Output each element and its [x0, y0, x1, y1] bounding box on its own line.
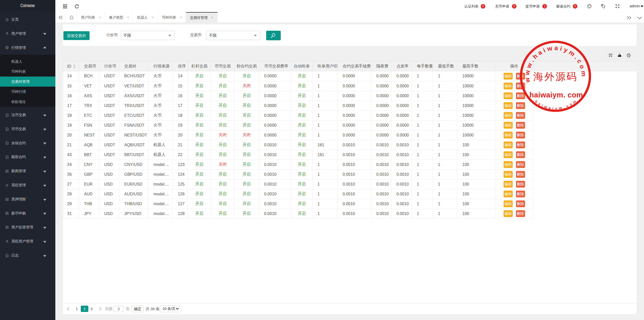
svg-text:h a i w a i y m . c o m: h a i w a i y m . c o m: [534, 99, 577, 110]
svg-text:海外源码: 海外源码: [533, 71, 578, 82]
svg-text:haiwaiym. com: haiwaiym. com: [530, 91, 583, 99]
